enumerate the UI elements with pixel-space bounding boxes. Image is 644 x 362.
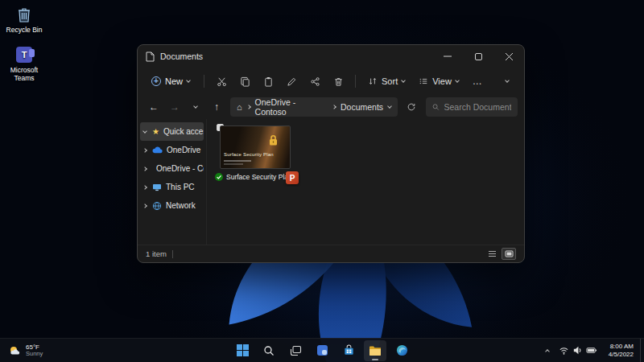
chevron-down-icon — [401, 78, 406, 83]
widgets-button[interactable] — [311, 340, 333, 361]
show-desktop-button[interactable] — [640, 339, 644, 362]
expand-chevron-icon[interactable] — [142, 185, 147, 190]
view-button[interactable]: View — [413, 73, 464, 89]
thumbnail-title-text: Surface Security Plan — [224, 152, 274, 157]
taskbar-clock[interactable]: 8:00 AM 4/5/2022 — [602, 343, 640, 358]
sidebar-item-onedrive[interactable]: OneDrive — [140, 141, 204, 159]
delete-button[interactable] — [328, 71, 349, 92]
recent-locations-button[interactable] — [186, 97, 205, 117]
weather-widget[interactable]: 65°F Sunny — [0, 339, 51, 362]
expand-chevron-icon[interactable] — [142, 148, 147, 153]
back-button[interactable]: ← — [144, 97, 163, 117]
chevron-down-icon — [186, 78, 191, 83]
search-input[interactable] — [444, 102, 511, 112]
desktop-icon-label: Microsoft Teams — [2, 66, 47, 82]
expand-chevron-icon[interactable] — [142, 129, 147, 134]
statusbar-divider — [172, 250, 173, 258]
more-options-button[interactable]: … — [467, 71, 488, 92]
this-pc-icon — [152, 183, 162, 191]
sidebar-item-quick-access[interactable]: ★ Quick access — [140, 122, 204, 141]
title-bar[interactable]: Documents — [138, 45, 524, 68]
rename-button[interactable] — [281, 71, 302, 92]
breadcrumb-documents[interactable]: Documents — [341, 102, 383, 112]
new-button-label: New — [165, 76, 183, 86]
chevron-down-icon — [455, 78, 460, 83]
large-icons-view-button[interactable] — [502, 248, 516, 260]
copy-icon — [240, 76, 250, 87]
sidebar-item-label: OneDrive — [167, 146, 200, 154]
new-button[interactable]: + New — [144, 73, 197, 89]
minimize-button[interactable] — [432, 45, 463, 68]
file-list[interactable]: Surface Security Plan P — [207, 119, 524, 245]
sidebar-item-onedrive-contoso[interactable]: OneDrive - Contoso — [140, 159, 204, 178]
clock-time: 8:00 AM — [610, 343, 634, 351]
maximize-button[interactable] — [463, 45, 493, 68]
microsoft-store-button[interactable] — [337, 340, 360, 361]
expand-chevron-icon[interactable] — [142, 167, 147, 171]
desktop-icon-microsoft-teams[interactable]: T Microsoft Teams — [2, 45, 47, 82]
sidebar-item-label: OneDrive - Contoso — [156, 164, 204, 173]
close-button[interactable] — [493, 45, 524, 68]
share-button[interactable] — [304, 71, 325, 92]
back-icon: ← — [149, 101, 159, 113]
search-box[interactable] — [426, 97, 518, 117]
taskbar-center-icons — [231, 339, 413, 362]
microsoft-store-icon — [343, 344, 355, 356]
thumbnail-text-line — [224, 160, 251, 162]
cut-button[interactable] — [211, 71, 232, 92]
minimize-icon — [444, 52, 452, 60]
desktop-icon-recycle-bin[interactable]: Recycle Bin — [2, 5, 47, 34]
chevron-down-icon — [193, 104, 198, 109]
address-dropdown-icon[interactable] — [387, 104, 392, 109]
details-view-button[interactable] — [485, 248, 499, 260]
delete-icon — [333, 76, 344, 87]
forward-icon: → — [170, 101, 180, 113]
up-icon: ↑ — [214, 101, 219, 113]
chevron-right-icon — [246, 105, 251, 109]
copy-button[interactable] — [234, 71, 255, 92]
view-icon — [419, 76, 428, 86]
teams-icon: T — [2, 45, 47, 64]
network-volume-battery-button[interactable] — [554, 339, 602, 362]
forward-button[interactable]: → — [165, 97, 184, 117]
file-explorer-window: Documents + New — [137, 44, 525, 263]
command-bar-expand-button[interactable] — [497, 71, 518, 92]
window-title: Documents — [160, 51, 203, 61]
rename-icon — [287, 76, 297, 87]
view-button-label: View — [432, 76, 452, 86]
sort-button[interactable]: Sort — [362, 73, 411, 89]
breadcrumb[interactable]: ⌂ OneDrive - Contoso Documents — [230, 97, 398, 117]
sort-icon — [368, 76, 378, 86]
sunny-weather-icon — [8, 344, 21, 357]
volume-icon — [572, 345, 583, 356]
onedrive-cloud-icon — [152, 146, 163, 154]
sidebar-item-this-pc[interactable]: This PC — [140, 178, 204, 196]
hidden-icons-button[interactable] — [541, 339, 554, 362]
refresh-icon — [407, 102, 416, 112]
network-icon — [152, 201, 162, 211]
navigation-pane: ★ Quick access OneDrive OneDrive - Conto… — [138, 119, 207, 245]
up-button[interactable]: ↑ — [207, 97, 226, 117]
task-view-icon — [290, 345, 302, 356]
synced-status-icon — [215, 173, 223, 181]
taskbar-search-button[interactable] — [258, 340, 280, 361]
task-view-button[interactable] — [284, 340, 307, 361]
expand-chevron-icon[interactable] — [142, 204, 147, 208]
details-view-icon — [488, 250, 497, 257]
chevron-up-icon — [545, 349, 550, 354]
breadcrumb-onedrive-contoso[interactable]: OneDrive - Contoso — [255, 97, 328, 117]
file-tile-surface-security-plans[interactable]: Surface Security Plan P — [215, 125, 295, 181]
file-explorer-button[interactable] — [364, 340, 386, 361]
paste-button[interactable] — [258, 71, 279, 92]
lock-icon — [268, 134, 279, 146]
document-icon — [146, 51, 155, 62]
start-button[interactable] — [231, 340, 254, 361]
item-count: 1 item — [146, 249, 167, 258]
refresh-button[interactable] — [402, 97, 421, 117]
edge-button[interactable] — [390, 340, 413, 361]
sidebar-item-network[interactable]: Network — [140, 196, 204, 215]
address-bar: ← → ↑ ⌂ OneDrive - Contoso Documents — [138, 95, 524, 119]
paste-icon — [263, 76, 274, 87]
desktop-icon-label: Recycle Bin — [2, 26, 47, 34]
clock-date: 4/5/2022 — [609, 351, 634, 359]
